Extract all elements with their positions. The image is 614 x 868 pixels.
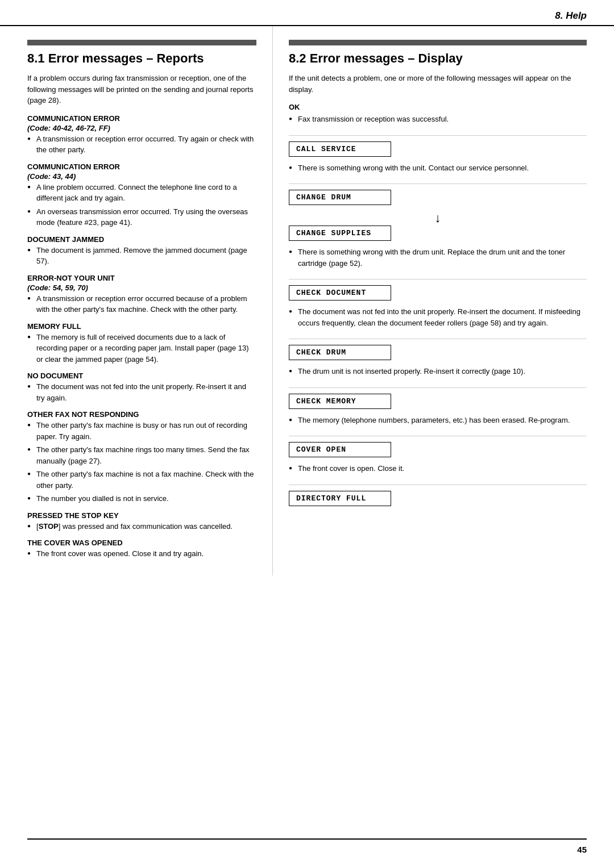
- content: 8.1 Error messages – Reports If a proble…: [0, 26, 614, 575]
- msg-dirfull-box: DIRECTORY FULL: [289, 491, 391, 506]
- page-number: 45: [577, 845, 587, 854]
- list-item: The other party's fax machine is not a f…: [27, 469, 256, 491]
- msg-checkdrum-section: CHECK DRUM The drum unit is not inserted…: [289, 345, 587, 388]
- bullet-list-otherfax: The other party's fax machine is busy or…: [27, 420, 256, 504]
- error-group-comm1: COMMUNICATION ERROR (Code: 40-42, 46-72,…: [27, 114, 256, 156]
- list-item: The front cover is open. Close it.: [289, 463, 587, 474]
- msg-ok-section: OK Fax transmission or reception was suc…: [289, 103, 587, 136]
- arrow-down-icon: ↓: [289, 212, 587, 224]
- section-bar-right: [289, 40, 587, 45]
- list-item: A transmission or reception error occurr…: [27, 133, 256, 156]
- bullet-list-stopkey: [STOP] was pressed and fax communication…: [27, 521, 256, 532]
- list-item: The other party's fax machine is busy or…: [27, 420, 256, 442]
- bullet-list-changedrum: There is something wrong with the drum u…: [289, 247, 587, 269]
- section-title-left: 8.1 Error messages – Reports: [27, 51, 256, 66]
- right-column: 8.2 Error messages – Display If the unit…: [273, 26, 614, 575]
- bullet-list-checkdoc: The document was not fed into the unit p…: [289, 306, 587, 328]
- list-item: Fax transmission or reception was succes…: [289, 114, 587, 125]
- sub-heading-comm2: COMMUNICATION ERROR: [27, 162, 256, 171]
- bullet-list-coveropened: The front cover was opened. Close it and…: [27, 548, 256, 560]
- sub-heading-otherfax: OTHER FAX NOT RESPONDING: [27, 410, 256, 419]
- list-item: [STOP] was pressed and fax communication…: [27, 521, 256, 532]
- bullet-list-checkmem: The memory (telephone numbers, parameter…: [289, 415, 587, 426]
- sub-code-comm2: (Code: 43, 44): [27, 172, 256, 181]
- msg-checkdoc-section: CHECK DOCUMENT The document was not fed …: [289, 285, 587, 339]
- sub-heading-notyours: ERROR-NOT YOUR UNIT: [27, 274, 256, 282]
- left-column: 8.1 Error messages – Reports If a proble…: [0, 26, 273, 575]
- msg-changedrum-box: CHANGE DRUM: [289, 190, 391, 205]
- bullet-list-comm1: A transmission or reception error occurr…: [27, 133, 256, 156]
- error-group-otherfax: OTHER FAX NOT RESPONDING The other party…: [27, 410, 256, 504]
- error-group-coveropened: THE COVER WAS OPENED The front cover was…: [27, 539, 256, 560]
- msg-callservice-box: CALL SERVICE: [289, 141, 391, 157]
- list-item: The other party's fax machine rings too …: [27, 444, 256, 466]
- bullet-list-notyours: A transmission or reception error occurr…: [27, 293, 256, 315]
- msg-checkmem-section: CHECK MEMORY The memory (telephone numbe…: [289, 394, 587, 437]
- section-bar-left: [27, 40, 256, 45]
- error-group-nodoc: NO DOCUMENT The document was not fed int…: [27, 372, 256, 403]
- ok-label: OK: [289, 103, 587, 111]
- list-item: The memory is full of received documents…: [27, 332, 256, 365]
- error-group-memfull: MEMORY FULL The memory is full of receiv…: [27, 322, 256, 365]
- sub-heading-comm1: COMMUNICATION ERROR: [27, 114, 256, 123]
- list-item: A line problem occurred. Connect the tel…: [27, 182, 256, 204]
- list-item: An overseas transmission error occurred.…: [27, 206, 256, 228]
- list-item: A transmission or reception error occurr…: [27, 293, 256, 315]
- sub-heading-jammed: DOCUMENT JAMMED: [27, 235, 256, 244]
- bullet-list-memfull: The memory is full of received documents…: [27, 332, 256, 365]
- header-title: 8. Help: [555, 10, 587, 22]
- sub-heading-stopkey: PRESSED THE STOP KEY: [27, 511, 256, 520]
- msg-coveropen-section: COVER OPEN The front cover is open. Clos…: [289, 442, 587, 485]
- list-item: The number you dialled is not in service…: [27, 493, 256, 504]
- right-intro: If the unit detects a problem, one or mo…: [289, 73, 587, 95]
- list-item: The front cover was opened. Close it and…: [27, 548, 256, 560]
- bullet-list-coveropen: The front cover is open. Close it.: [289, 463, 587, 474]
- msg-changedrum-section: CHANGE DRUM ↓ CHANGE SUPPLIES There is s…: [289, 190, 587, 279]
- page: 8. Help 8.1 Error messages – Reports If …: [0, 0, 614, 868]
- msg-checkmem-box: CHECK MEMORY: [289, 394, 391, 409]
- error-group-stopkey: PRESSED THE STOP KEY [STOP] was pressed …: [27, 511, 256, 532]
- bullet-list-callservice: There is something wrong with the unit. …: [289, 162, 587, 174]
- error-group-notyours: ERROR-NOT YOUR UNIT (Code: 54, 59, 70) A…: [27, 274, 256, 315]
- msg-checkdoc-box: CHECK DOCUMENT: [289, 285, 391, 301]
- msg-coveropen-box: COVER OPEN: [289, 442, 391, 457]
- msg-dirfull-section: DIRECTORY FULL: [289, 491, 587, 512]
- error-group-comm2: COMMUNICATION ERROR (Code: 43, 44) A lin…: [27, 162, 256, 228]
- list-item: There is something wrong with the unit. …: [289, 162, 587, 174]
- footer-line: [27, 838, 587, 840]
- left-intro: If a problem occurs during fax transmiss…: [27, 73, 256, 106]
- section-title-right: 8.2 Error messages – Display: [289, 51, 587, 66]
- list-item: The document is jammed. Remove the jamme…: [27, 245, 256, 267]
- bullet-list-checkdrum: The drum unit is not inserted properly. …: [289, 366, 587, 377]
- msg-checkdrum-box: CHECK DRUM: [289, 345, 391, 360]
- msg-callservice-section: CALL SERVICE There is something wrong wi…: [289, 141, 587, 185]
- sub-code-comm1: (Code: 40-42, 46-72, FF): [27, 124, 256, 132]
- list-item: There is something wrong with the drum u…: [289, 247, 587, 269]
- sub-heading-nodoc: NO DOCUMENT: [27, 372, 256, 380]
- list-item: The memory (telephone numbers, parameter…: [289, 415, 587, 426]
- list-item: The document was not fed into the unit p…: [27, 381, 256, 403]
- msg-changesupplies-box: CHANGE SUPPLIES: [289, 226, 391, 241]
- bullet-list-nodoc: The document was not fed into the unit p…: [27, 381, 256, 403]
- sub-heading-memfull: MEMORY FULL: [27, 322, 256, 331]
- list-item: The drum unit is not inserted properly. …: [289, 366, 587, 377]
- bullet-list-comm2: A line problem occurred. Connect the tel…: [27, 182, 256, 228]
- bullet-list-ok: Fax transmission or reception was succes…: [289, 114, 587, 125]
- error-group-jammed: DOCUMENT JAMMED The document is jammed. …: [27, 235, 256, 267]
- sub-code-notyours: (Code: 54, 59, 70): [27, 283, 256, 292]
- bullet-list-jammed: The document is jammed. Remove the jamme…: [27, 245, 256, 267]
- list-item: The document was not fed into the unit p…: [289, 306, 587, 328]
- sub-heading-coveropened: THE COVER WAS OPENED: [27, 539, 256, 547]
- header: 8. Help: [0, 0, 614, 26]
